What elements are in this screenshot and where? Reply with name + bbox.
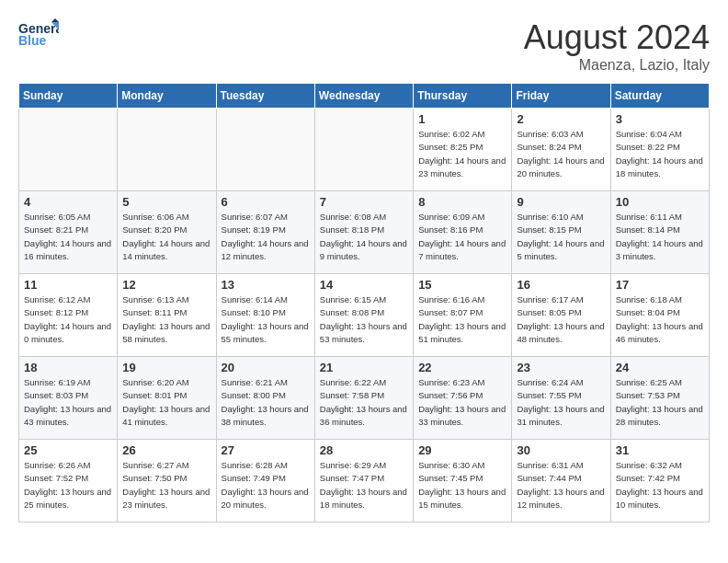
calendar-cell: 31Sunrise: 6:32 AMSunset: 7:42 PMDayligh… bbox=[610, 440, 709, 523]
day-info: Sunrise: 6:13 AMSunset: 8:11 PMDaylight:… bbox=[122, 293, 210, 346]
calendar-week-row: 18Sunrise: 6:19 AMSunset: 8:03 PMDayligh… bbox=[19, 357, 710, 440]
day-info: Sunrise: 6:07 AMSunset: 8:19 PMDaylight:… bbox=[222, 211, 310, 263]
day-info: Sunrise: 6:27 AMSunset: 7:50 PMDaylight:… bbox=[122, 459, 210, 511]
weekday-header: Sunday bbox=[19, 84, 118, 109]
day-number: 2 bbox=[517, 112, 605, 126]
day-number: 21 bbox=[320, 361, 408, 374]
calendar-cell: 3Sunrise: 6:04 AMSunset: 8:22 PMDaylight… bbox=[610, 109, 709, 191]
day-number: 23 bbox=[517, 361, 605, 374]
day-info: Sunrise: 6:14 AMSunset: 8:10 PMDaylight:… bbox=[222, 293, 310, 346]
weekday-header: Friday bbox=[512, 84, 610, 109]
location: Maenza, Lazio, Italy bbox=[524, 57, 710, 74]
calendar-cell bbox=[118, 109, 216, 191]
day-number: 18 bbox=[24, 361, 112, 374]
day-number: 20 bbox=[222, 361, 310, 374]
calendar-cell: 21Sunrise: 6:22 AMSunset: 7:58 PMDayligh… bbox=[314, 357, 413, 440]
month-year: August 2024 bbox=[524, 18, 710, 57]
day-number: 1 bbox=[418, 112, 506, 126]
weekday-header: Wednesday bbox=[314, 84, 413, 109]
day-info: Sunrise: 6:10 AMSunset: 8:15 PMDaylight:… bbox=[517, 211, 605, 263]
day-number: 30 bbox=[517, 443, 605, 457]
calendar-cell: 23Sunrise: 6:24 AMSunset: 7:55 PMDayligh… bbox=[512, 357, 610, 440]
calendar-cell: 5Sunrise: 6:06 AMSunset: 8:20 PMDaylight… bbox=[118, 191, 216, 274]
day-number: 26 bbox=[122, 443, 210, 457]
day-info: Sunrise: 6:23 AMSunset: 7:56 PMDaylight:… bbox=[418, 376, 506, 429]
day-info: Sunrise: 6:28 AMSunset: 7:49 PMDaylight:… bbox=[222, 459, 310, 511]
day-number: 29 bbox=[418, 443, 506, 457]
calendar-week-row: 25Sunrise: 6:26 AMSunset: 7:52 PMDayligh… bbox=[19, 440, 710, 523]
calendar-cell: 15Sunrise: 6:16 AMSunset: 8:07 PMDayligh… bbox=[414, 274, 512, 357]
calendar-cell: 9Sunrise: 6:10 AMSunset: 8:15 PMDaylight… bbox=[512, 191, 610, 274]
calendar-cell bbox=[216, 109, 314, 191]
calendar-cell: 26Sunrise: 6:27 AMSunset: 7:50 PMDayligh… bbox=[118, 440, 216, 523]
day-number: 7 bbox=[320, 195, 408, 209]
svg-text:Blue: Blue bbox=[18, 33, 47, 48]
calendar-cell: 25Sunrise: 6:26 AMSunset: 7:52 PMDayligh… bbox=[19, 440, 118, 523]
calendar-week-row: 1Sunrise: 6:02 AMSunset: 8:25 PMDaylight… bbox=[19, 109, 710, 191]
day-info: Sunrise: 6:05 AMSunset: 8:21 PMDaylight:… bbox=[24, 211, 112, 263]
day-info: Sunrise: 6:21 AMSunset: 8:00 PMDaylight:… bbox=[222, 376, 310, 429]
calendar-cell: 2Sunrise: 6:03 AMSunset: 8:24 PMDaylight… bbox=[512, 109, 610, 191]
day-number: 9 bbox=[517, 195, 605, 209]
day-info: Sunrise: 6:18 AMSunset: 8:04 PMDaylight:… bbox=[616, 293, 704, 346]
day-number: 6 bbox=[222, 195, 310, 209]
day-number: 28 bbox=[320, 443, 408, 457]
calendar-cell: 10Sunrise: 6:11 AMSunset: 8:14 PMDayligh… bbox=[610, 191, 709, 274]
day-number: 25 bbox=[24, 443, 112, 457]
calendar-cell: 16Sunrise: 6:17 AMSunset: 8:05 PMDayligh… bbox=[512, 274, 610, 357]
day-number: 14 bbox=[320, 278, 408, 292]
day-info: Sunrise: 6:03 AMSunset: 8:24 PMDaylight:… bbox=[517, 128, 605, 180]
day-info: Sunrise: 6:30 AMSunset: 7:45 PMDaylight:… bbox=[418, 459, 506, 511]
calendar-cell: 13Sunrise: 6:14 AMSunset: 8:10 PMDayligh… bbox=[216, 274, 314, 357]
weekday-header: Monday bbox=[118, 84, 216, 109]
day-info: Sunrise: 6:17 AMSunset: 8:05 PMDaylight:… bbox=[517, 293, 605, 346]
logo: General Blue bbox=[18, 18, 59, 48]
calendar-cell: 12Sunrise: 6:13 AMSunset: 8:11 PMDayligh… bbox=[118, 274, 216, 357]
calendar-cell: 1Sunrise: 6:02 AMSunset: 8:25 PMDaylight… bbox=[414, 109, 512, 191]
day-number: 17 bbox=[616, 278, 704, 292]
calendar-cell: 27Sunrise: 6:28 AMSunset: 7:49 PMDayligh… bbox=[216, 440, 314, 523]
day-info: Sunrise: 6:16 AMSunset: 8:07 PMDaylight:… bbox=[418, 293, 506, 346]
weekday-header: Thursday bbox=[414, 84, 512, 109]
day-number: 8 bbox=[418, 195, 506, 209]
day-info: Sunrise: 6:15 AMSunset: 8:08 PMDaylight:… bbox=[320, 293, 408, 346]
day-info: Sunrise: 6:11 AMSunset: 8:14 PMDaylight:… bbox=[616, 211, 704, 263]
calendar-week-row: 11Sunrise: 6:12 AMSunset: 8:12 PMDayligh… bbox=[19, 274, 710, 357]
day-info: Sunrise: 6:08 AMSunset: 8:18 PMDaylight:… bbox=[320, 211, 408, 263]
svg-marker-3 bbox=[51, 18, 59, 22]
calendar-cell bbox=[19, 109, 118, 191]
day-info: Sunrise: 6:32 AMSunset: 7:42 PMDaylight:… bbox=[616, 459, 704, 511]
page-header: General Blue August 2024 Maenza, Lazio, … bbox=[18, 18, 710, 74]
day-info: Sunrise: 6:09 AMSunset: 8:16 PMDaylight:… bbox=[418, 211, 506, 263]
day-number: 13 bbox=[222, 278, 310, 292]
calendar-cell: 4Sunrise: 6:05 AMSunset: 8:21 PMDaylight… bbox=[19, 191, 118, 274]
day-number: 19 bbox=[122, 361, 210, 374]
calendar-cell: 18Sunrise: 6:19 AMSunset: 8:03 PMDayligh… bbox=[19, 357, 118, 440]
calendar-cell: 7Sunrise: 6:08 AMSunset: 8:18 PMDaylight… bbox=[314, 191, 413, 274]
day-info: Sunrise: 6:04 AMSunset: 8:22 PMDaylight:… bbox=[616, 128, 704, 180]
day-number: 22 bbox=[418, 361, 506, 374]
logo-icon: General Blue bbox=[18, 18, 59, 48]
calendar-cell: 28Sunrise: 6:29 AMSunset: 7:47 PMDayligh… bbox=[314, 440, 413, 523]
day-info: Sunrise: 6:29 AMSunset: 7:47 PMDaylight:… bbox=[320, 459, 408, 511]
calendar-cell: 17Sunrise: 6:18 AMSunset: 8:04 PMDayligh… bbox=[610, 274, 709, 357]
day-info: Sunrise: 6:12 AMSunset: 8:12 PMDaylight:… bbox=[24, 293, 112, 346]
calendar-cell: 11Sunrise: 6:12 AMSunset: 8:12 PMDayligh… bbox=[19, 274, 118, 357]
day-number: 16 bbox=[517, 278, 605, 292]
calendar-cell bbox=[314, 109, 413, 191]
day-info: Sunrise: 6:06 AMSunset: 8:20 PMDaylight:… bbox=[122, 211, 210, 263]
day-info: Sunrise: 6:19 AMSunset: 8:03 PMDaylight:… bbox=[24, 376, 112, 429]
day-info: Sunrise: 6:02 AMSunset: 8:25 PMDaylight:… bbox=[418, 128, 506, 180]
weekday-header: Saturday bbox=[610, 84, 709, 109]
weekday-header: Tuesday bbox=[216, 84, 314, 109]
calendar-table: SundayMondayTuesdayWednesdayThursdayFrid… bbox=[18, 83, 710, 523]
day-number: 15 bbox=[418, 278, 506, 292]
day-info: Sunrise: 6:24 AMSunset: 7:55 PMDaylight:… bbox=[517, 376, 605, 429]
day-number: 12 bbox=[122, 278, 210, 292]
day-number: 3 bbox=[616, 112, 704, 126]
day-info: Sunrise: 6:31 AMSunset: 7:44 PMDaylight:… bbox=[517, 459, 605, 511]
calendar-cell: 8Sunrise: 6:09 AMSunset: 8:16 PMDaylight… bbox=[414, 191, 512, 274]
day-number: 5 bbox=[122, 195, 210, 209]
calendar-cell: 29Sunrise: 6:30 AMSunset: 7:45 PMDayligh… bbox=[414, 440, 512, 523]
day-number: 11 bbox=[24, 278, 112, 292]
